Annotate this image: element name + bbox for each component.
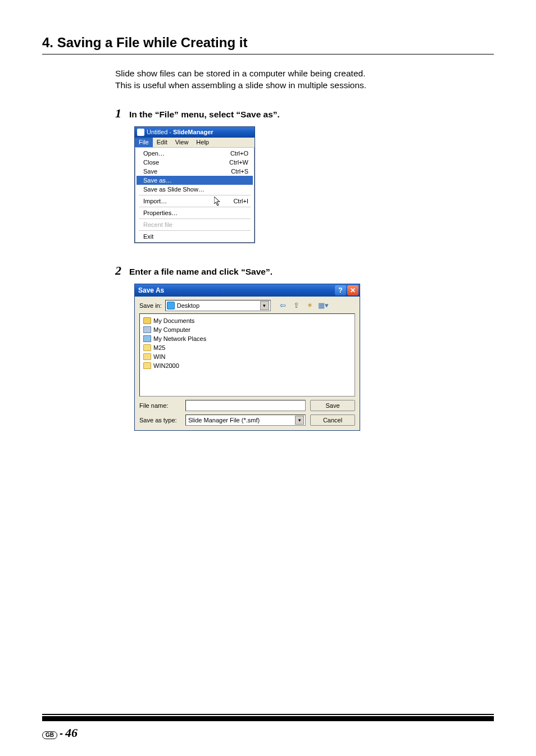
desktop-icon — [167, 302, 175, 309]
chevron-down-icon[interactable]: ▾ — [260, 301, 269, 310]
window-title: Untitled - SlideManager — [147, 129, 214, 135]
menu-close[interactable]: Close Ctrl+W — [137, 158, 253, 167]
menu-saveas[interactable]: Save as… — [137, 176, 253, 185]
page-dash: - — [60, 728, 63, 740]
step-1-text: In the “File” menu, select “Save as”. — [129, 110, 280, 120]
step-2-text: Enter a file name and click “Save”. — [129, 267, 272, 277]
menubar-help[interactable]: Help — [192, 138, 213, 147]
menu-separator — [139, 207, 251, 207]
menu-exit[interactable]: Exit — [137, 232, 253, 241]
intro-paragraph: Slide show files can be stored in a comp… — [115, 68, 494, 92]
list-item[interactable]: WIN — [143, 352, 351, 361]
filename-label: File name: — [139, 402, 181, 409]
slidemanager-window: Untitled - SlideManager File Edit View H… — [134, 126, 255, 243]
folder-icon — [143, 344, 151, 351]
file-list[interactable]: My DocumentsMy ComputerMy Network Places… — [139, 313, 355, 397]
menu-exit-label: Exit — [143, 233, 153, 240]
new-folder-icon[interactable]: ✶ — [305, 300, 316, 311]
list-item[interactable]: My Computer — [143, 325, 351, 334]
list-item-label: My Network Places — [153, 335, 206, 342]
menu-close-shortcut: Ctrl+W — [229, 159, 248, 166]
cancel-button[interactable]: Cancel — [310, 415, 355, 426]
save-in-value: Desktop — [177, 302, 199, 309]
menu-recent-file: Recent file — [137, 220, 253, 229]
network-icon — [143, 335, 151, 342]
step-2: 2 Enter a file name and click “Save”. — [115, 263, 494, 278]
heading-rule — [42, 54, 494, 54]
cursor-icon — [214, 197, 222, 207]
filename-input[interactable] — [185, 400, 306, 411]
menu-save-slideshow-label: Save as Slide Show… — [143, 186, 205, 193]
footer-rule-thin — [42, 714, 494, 715]
help-button[interactable]: ? — [335, 285, 346, 295]
title-app-name: SlideManager — [173, 129, 214, 135]
list-item-label: WIN2000 — [153, 362, 179, 369]
menu-recent-label: Recent file — [143, 221, 172, 228]
menubar-file[interactable]: File — [135, 138, 153, 147]
list-item[interactable]: My Documents — [143, 316, 351, 325]
app-icon — [137, 129, 144, 136]
close-button[interactable]: ✕ — [347, 285, 358, 295]
computer-icon — [143, 326, 151, 333]
list-item[interactable]: My Network Places — [143, 334, 351, 343]
list-item-label: M25 — [153, 344, 165, 351]
page-number: 46 — [65, 726, 78, 740]
step-2-number: 2 — [115, 263, 121, 278]
svg-marker-0 — [214, 197, 220, 206]
save-as-dialog: Save As ? ✕ Save in: Desktop ▾ ⇦ ⇧ ✶ ▦▾ — [134, 284, 360, 431]
menu-save[interactable]: Save Ctrl+S — [137, 167, 253, 176]
intro-line-2: This is useful when assembling a slide s… — [115, 80, 494, 92]
menu-separator — [139, 195, 251, 195]
menu-import[interactable]: Import… Ctrl+I — [137, 197, 253, 206]
folder-icon — [143, 362, 151, 369]
section-heading: 4. Saving a File while Creating it — [42, 35, 494, 51]
folder-special-icon — [143, 317, 151, 324]
views-icon[interactable]: ▦▾ — [318, 300, 329, 311]
menu-save-slideshow[interactable]: Save as Slide Show… — [137, 185, 253, 194]
menu-properties[interactable]: Properties… — [137, 208, 253, 217]
step-1-number: 1 — [115, 106, 121, 121]
chevron-down-icon[interactable]: ▾ — [295, 416, 304, 425]
dialog-titlebar: Save As ? ✕ — [135, 284, 360, 297]
saveastype-value: Slide Manager File (*.smf) — [188, 417, 260, 423]
list-item-label: My Computer — [153, 326, 190, 333]
back-icon[interactable]: ⇦ — [278, 300, 289, 311]
menu-saveas-label: Save as… — [143, 177, 172, 184]
menu-properties-label: Properties… — [143, 210, 178, 216]
title-doc-name: Untitled - — [147, 129, 173, 135]
save-in-label: Save in: — [139, 302, 162, 309]
menu-close-label: Close — [143, 159, 159, 166]
menu-separator — [139, 230, 251, 231]
menubar-view[interactable]: View — [171, 138, 193, 147]
menubar-edit[interactable]: Edit — [153, 138, 171, 147]
window-titlebar: Untitled - SlideManager — [135, 127, 255, 138]
region-badge: GB — [42, 731, 57, 739]
menu-save-label: Save — [143, 168, 157, 175]
file-menu: Open… Ctrl+O Close Ctrl+W Save Ctrl+S Sa… — [135, 148, 255, 243]
step-1: 1 In the “File” menu, select “Save as”. — [115, 106, 494, 121]
saveastype-label: Save as type: — [139, 417, 181, 423]
page-footer: GB - 46 — [0, 714, 536, 740]
list-item[interactable]: M25 — [143, 343, 351, 352]
menu-import-label: Import… — [143, 198, 167, 204]
intro-line-1: Slide show files can be stored in a comp… — [115, 68, 494, 80]
menu-open[interactable]: Open… Ctrl+O — [137, 149, 253, 158]
menu-open-shortcut: Ctrl+O — [230, 150, 248, 157]
saveastype-dropdown[interactable]: Slide Manager File (*.smf) ▾ — [185, 415, 306, 426]
list-item-label: My Documents — [153, 317, 194, 324]
folder-icon — [143, 353, 151, 360]
list-item[interactable]: WIN2000 — [143, 361, 351, 370]
save-in-dropdown[interactable]: Desktop ▾ — [165, 300, 271, 311]
menubar: File Edit View Help — [135, 138, 255, 148]
menu-save-shortcut: Ctrl+S — [231, 168, 248, 175]
up-one-level-icon[interactable]: ⇧ — [291, 300, 302, 311]
menu-import-shortcut: Ctrl+I — [233, 198, 248, 204]
menu-separator — [139, 218, 251, 219]
footer-rule-thick — [42, 716, 494, 721]
dialog-title: Save As — [138, 286, 164, 294]
menu-open-label: Open… — [143, 150, 165, 157]
list-item-label: WIN — [153, 353, 165, 360]
save-button[interactable]: Save — [310, 400, 355, 411]
